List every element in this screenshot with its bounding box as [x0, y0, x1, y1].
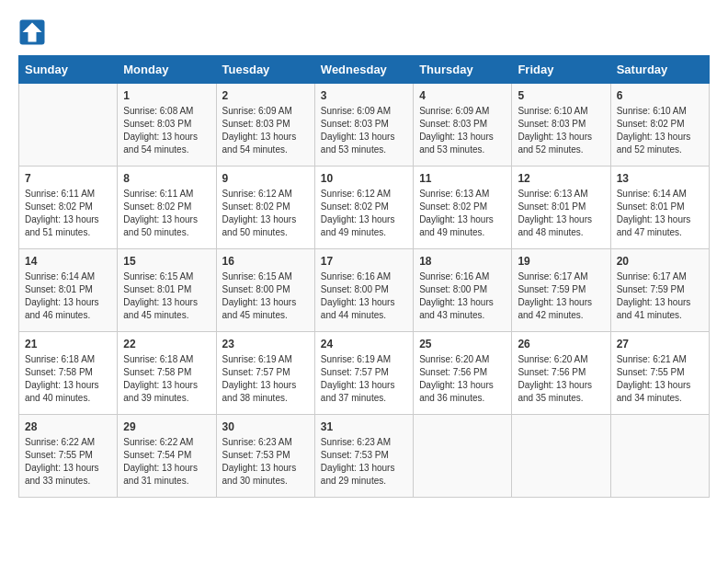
day-info: Sunrise: 6:12 AM Sunset: 8:02 PM Dayligh… — [222, 188, 309, 239]
day-number: 29 — [123, 420, 210, 433]
day-number: 18 — [419, 255, 506, 268]
day-info: Sunrise: 6:18 AM Sunset: 7:58 PM Dayligh… — [25, 353, 111, 405]
day-info: Sunrise: 6:23 AM Sunset: 7:53 PM Dayligh… — [321, 436, 407, 488]
day-info: Sunrise: 6:13 AM Sunset: 8:02 PM Dayligh… — [419, 188, 506, 239]
calendar-cell — [414, 415, 512, 498]
column-header-tuesday: Tuesday — [216, 56, 314, 84]
day-number: 14 — [25, 255, 111, 268]
calendar-cell: 8 Sunrise: 6:11 AM Sunset: 8:02 PM Dayli… — [118, 167, 216, 249]
day-info: Sunrise: 6:15 AM Sunset: 8:01 PM Dayligh… — [123, 270, 210, 322]
day-info: Sunrise: 6:09 AM Sunset: 8:03 PM Dayligh… — [222, 105, 309, 156]
calendar-cell: 19 Sunrise: 6:17 AM Sunset: 7:59 PM Dayl… — [512, 249, 610, 332]
column-header-monday: Monday — [118, 56, 216, 84]
day-number: 3 — [321, 89, 407, 102]
day-number: 8 — [123, 172, 210, 185]
calendar-cell: 24 Sunrise: 6:19 AM Sunset: 7:57 PM Dayl… — [314, 332, 413, 415]
calendar-cell: 10 Sunrise: 6:12 AM Sunset: 8:02 PM Dayl… — [314, 167, 413, 249]
day-info: Sunrise: 6:17 AM Sunset: 7:59 PM Dayligh… — [518, 270, 604, 322]
day-info: Sunrise: 6:23 AM Sunset: 7:53 PM Dayligh… — [222, 436, 309, 488]
day-info: Sunrise: 6:14 AM Sunset: 8:01 PM Dayligh… — [617, 188, 703, 239]
day-number: 31 — [321, 420, 407, 433]
logo — [18, 18, 50, 46]
day-number: 7 — [25, 172, 111, 185]
calendar-cell: 13 Sunrise: 6:14 AM Sunset: 8:01 PM Dayl… — [610, 167, 709, 249]
day-info: Sunrise: 6:22 AM Sunset: 7:54 PM Dayligh… — [123, 436, 210, 488]
calendar-cell: 16 Sunrise: 6:15 AM Sunset: 8:00 PM Dayl… — [216, 249, 314, 332]
calendar-cell: 31 Sunrise: 6:23 AM Sunset: 7:53 PM Dayl… — [314, 415, 413, 498]
day-info: Sunrise: 6:15 AM Sunset: 8:00 PM Dayligh… — [222, 270, 309, 322]
calendar-cell: 26 Sunrise: 6:20 AM Sunset: 7:56 PM Dayl… — [512, 332, 610, 415]
day-info: Sunrise: 6:08 AM Sunset: 8:03 PM Dayligh… — [123, 105, 210, 156]
day-number: 27 — [617, 338, 703, 350]
day-info: Sunrise: 6:10 AM Sunset: 8:03 PM Dayligh… — [518, 105, 604, 156]
calendar-cell — [610, 415, 709, 498]
day-number: 19 — [518, 255, 604, 268]
day-info: Sunrise: 6:12 AM Sunset: 8:02 PM Dayligh… — [321, 188, 407, 239]
day-number: 23 — [222, 338, 309, 350]
calendar-cell: 23 Sunrise: 6:19 AM Sunset: 7:57 PM Dayl… — [216, 332, 314, 415]
day-info: Sunrise: 6:11 AM Sunset: 8:02 PM Dayligh… — [123, 188, 210, 239]
day-number: 26 — [518, 338, 604, 350]
calendar-cell: 4 Sunrise: 6:09 AM Sunset: 8:03 PM Dayli… — [414, 84, 512, 167]
day-info: Sunrise: 6:16 AM Sunset: 8:00 PM Dayligh… — [419, 270, 506, 322]
calendar-cell: 11 Sunrise: 6:13 AM Sunset: 8:02 PM Dayl… — [414, 167, 512, 249]
day-info: Sunrise: 6:11 AM Sunset: 8:02 PM Dayligh… — [25, 188, 111, 239]
day-info: Sunrise: 6:19 AM Sunset: 7:57 PM Dayligh… — [222, 353, 309, 405]
calendar-cell: 9 Sunrise: 6:12 AM Sunset: 8:02 PM Dayli… — [216, 167, 314, 249]
day-info: Sunrise: 6:10 AM Sunset: 8:02 PM Dayligh… — [617, 105, 703, 156]
calendar-cell: 15 Sunrise: 6:15 AM Sunset: 8:01 PM Dayl… — [118, 249, 216, 332]
calendar-cell: 1 Sunrise: 6:08 AM Sunset: 8:03 PM Dayli… — [118, 84, 216, 167]
calendar-week-row: 21 Sunrise: 6:18 AM Sunset: 7:58 PM Dayl… — [19, 332, 710, 415]
calendar-cell: 25 Sunrise: 6:20 AM Sunset: 7:56 PM Dayl… — [414, 332, 512, 415]
day-info: Sunrise: 6:22 AM Sunset: 7:55 PM Dayligh… — [25, 436, 111, 488]
calendar-cell: 5 Sunrise: 6:10 AM Sunset: 8:03 PM Dayli… — [512, 84, 610, 167]
calendar-cell: 7 Sunrise: 6:11 AM Sunset: 8:02 PM Dayli… — [19, 167, 118, 249]
logo-icon — [18, 18, 46, 46]
day-number: 25 — [419, 338, 506, 350]
day-number: 9 — [222, 172, 309, 185]
calendar-cell: 12 Sunrise: 6:13 AM Sunset: 8:01 PM Dayl… — [512, 167, 610, 249]
calendar-cell — [512, 415, 610, 498]
day-info: Sunrise: 6:17 AM Sunset: 7:59 PM Dayligh… — [617, 270, 703, 322]
calendar-table: SundayMondayTuesdayWednesdayThursdayFrid… — [18, 55, 710, 498]
calendar-cell: 27 Sunrise: 6:21 AM Sunset: 7:55 PM Dayl… — [610, 332, 709, 415]
day-number: 13 — [617, 172, 703, 185]
day-number: 21 — [25, 338, 111, 350]
day-number: 1 — [123, 89, 210, 102]
calendar-week-row: 7 Sunrise: 6:11 AM Sunset: 8:02 PM Dayli… — [19, 167, 710, 249]
calendar-cell: 3 Sunrise: 6:09 AM Sunset: 8:03 PM Dayli… — [314, 84, 413, 167]
column-header-sunday: Sunday — [19, 56, 118, 84]
calendar-cell: 28 Sunrise: 6:22 AM Sunset: 7:55 PM Dayl… — [19, 415, 118, 498]
day-number: 16 — [222, 255, 309, 268]
day-number: 12 — [518, 172, 604, 185]
calendar-cell: 14 Sunrise: 6:14 AM Sunset: 8:01 PM Dayl… — [19, 249, 118, 332]
day-info: Sunrise: 6:13 AM Sunset: 8:01 PM Dayligh… — [518, 188, 604, 239]
calendar-week-row: 1 Sunrise: 6:08 AM Sunset: 8:03 PM Dayli… — [19, 84, 710, 167]
page-header — [18, 18, 710, 46]
calendar-cell: 18 Sunrise: 6:16 AM Sunset: 8:00 PM Dayl… — [414, 249, 512, 332]
calendar-cell — [19, 84, 118, 167]
day-number: 28 — [25, 420, 111, 433]
calendar-cell: 21 Sunrise: 6:18 AM Sunset: 7:58 PM Dayl… — [19, 332, 118, 415]
day-number: 22 — [123, 338, 210, 350]
day-info: Sunrise: 6:09 AM Sunset: 8:03 PM Dayligh… — [419, 105, 506, 156]
calendar-week-row: 14 Sunrise: 6:14 AM Sunset: 8:01 PM Dayl… — [19, 249, 710, 332]
day-number: 6 — [617, 89, 703, 102]
day-info: Sunrise: 6:20 AM Sunset: 7:56 PM Dayligh… — [419, 353, 506, 405]
day-info: Sunrise: 6:21 AM Sunset: 7:55 PM Dayligh… — [617, 353, 703, 405]
day-number: 15 — [123, 255, 210, 268]
calendar-cell: 30 Sunrise: 6:23 AM Sunset: 7:53 PM Dayl… — [216, 415, 314, 498]
calendar-cell: 2 Sunrise: 6:09 AM Sunset: 8:03 PM Dayli… — [216, 84, 314, 167]
column-header-wednesday: Wednesday — [314, 56, 413, 84]
day-number: 17 — [321, 255, 407, 268]
column-header-saturday: Saturday — [610, 56, 709, 84]
column-header-thursday: Thursday — [414, 56, 512, 84]
calendar-week-row: 28 Sunrise: 6:22 AM Sunset: 7:55 PM Dayl… — [19, 415, 710, 498]
day-number: 24 — [321, 338, 407, 350]
day-number: 30 — [222, 420, 309, 433]
day-number: 10 — [321, 172, 407, 185]
day-info: Sunrise: 6:14 AM Sunset: 8:01 PM Dayligh… — [25, 270, 111, 322]
day-info: Sunrise: 6:16 AM Sunset: 8:00 PM Dayligh… — [321, 270, 407, 322]
day-info: Sunrise: 6:18 AM Sunset: 7:58 PM Dayligh… — [123, 353, 210, 405]
day-number: 20 — [617, 255, 703, 268]
